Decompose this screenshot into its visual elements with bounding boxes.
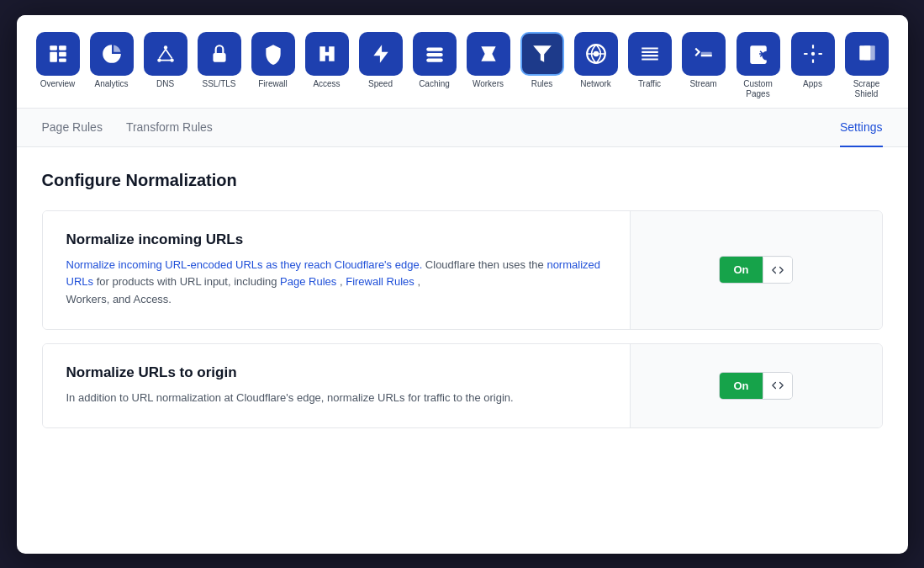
nav-rules[interactable]: Rules (518, 32, 567, 99)
apps-icon-box (791, 32, 835, 76)
nav-dns[interactable]: DNS (141, 32, 190, 99)
card2-right: On (630, 344, 882, 427)
card-normalize-origin: Normalize URLs to origin In addition to … (42, 343, 883, 428)
caching-icon (424, 43, 446, 65)
card2-title: Normalize URLs to origin (66, 364, 606, 381)
rules-label: Rules (531, 79, 553, 89)
stream-label: Stream (689, 79, 716, 89)
nav-network[interactable]: Network (572, 32, 620, 99)
card2-text: In addition to URL normalization at Clou… (66, 391, 514, 404)
network-icon-box (574, 32, 618, 76)
ssltls-icon-box (198, 32, 241, 76)
page-title: Configure Normalization (42, 171, 883, 190)
tab-pagerules[interactable]: Page Rules (42, 109, 103, 147)
nav-bar: Overview Analytics DNS (17, 15, 908, 109)
speed-label: Speed (368, 79, 393, 89)
ssltls-icon (209, 43, 230, 65)
caching-label: Caching (419, 79, 450, 89)
svg-rect-3 (59, 51, 66, 56)
network-icon (585, 43, 607, 65)
rules-icon-box (520, 32, 564, 76)
main-window: Overview Analytics DNS (17, 15, 908, 554)
nav-caching[interactable]: Caching (410, 32, 459, 99)
svg-rect-26 (700, 51, 711, 55)
nav-ssltls[interactable]: SSL/TLS (195, 32, 244, 99)
svg-rect-2 (50, 51, 57, 61)
analytics-label: Analytics (94, 79, 128, 89)
svg-marker-14 (373, 45, 388, 63)
nav-access[interactable]: Access (303, 32, 351, 99)
traffic-label: Traffic (638, 79, 661, 89)
apps-label: Apps (803, 79, 822, 89)
svg-rect-13 (324, 51, 330, 55)
stream-icon-box (682, 32, 726, 76)
nav-apps[interactable]: Apps (789, 32, 837, 99)
nav-speed[interactable]: Speed (356, 32, 405, 99)
nav-overview[interactable]: Overview (34, 32, 82, 99)
speed-icon-box (359, 32, 403, 76)
tabs-bar: Page Rules Transform Rules Settings (17, 109, 908, 147)
card2-toggle-on[interactable]: On (720, 373, 762, 399)
card-normalize-incoming: Normalize incoming URLs Normalize incomi… (42, 210, 883, 330)
svg-point-27 (810, 51, 814, 55)
card1-toggle-on[interactable]: On (720, 257, 762, 283)
nav-traffic[interactable]: Traffic (626, 32, 674, 99)
dns-label: DNS (156, 79, 174, 89)
card1-toggle-code[interactable] (763, 257, 792, 283)
ssltls-label: SSL/TLS (202, 79, 235, 89)
svg-rect-1 (59, 45, 66, 50)
access-icon-box (305, 32, 349, 76)
nav-stream[interactable]: Stream (679, 32, 728, 99)
svg-point-19 (440, 53, 442, 56)
card1-left: Normalize incoming URLs Normalize incomi… (43, 211, 630, 329)
dns-icon-box (144, 32, 187, 76)
custompages-icon (747, 43, 769, 65)
network-label: Network (580, 79, 611, 89)
card1-link1: Normalize incoming URL-encoded URLs as t… (66, 258, 425, 271)
scrapeshield-icon-box (845, 32, 889, 76)
card1-desc: Normalize incoming URL-encoded URLs as t… (66, 257, 606, 309)
nav-icons: Overview Analytics DNS (34, 32, 891, 108)
nav-custompages[interactable]: Custom Pages (733, 32, 784, 99)
card1-link4: Firewall Rules (346, 275, 414, 288)
firewall-icon (262, 43, 284, 65)
overview-label: Overview (40, 79, 76, 89)
scrapeshield-icon (856, 43, 878, 65)
content-area: Configure Normalization Normalize incomi… (17, 147, 908, 465)
overview-icon-box (36, 32, 80, 76)
card1-right: On (630, 211, 882, 329)
overview-icon (47, 43, 69, 65)
caching-icon-box (413, 32, 457, 76)
svg-line-9 (166, 49, 172, 58)
traffic-icon-box (628, 32, 672, 76)
access-label: Access (313, 79, 340, 89)
nav-workers[interactable]: Workers (464, 32, 513, 99)
card2-toggle-code[interactable] (763, 373, 792, 398)
rules-icon (531, 43, 553, 65)
analytics-icon (101, 43, 123, 65)
workers-icon-box (467, 32, 510, 76)
stream-icon (693, 43, 715, 65)
tab-settings[interactable]: Settings (840, 109, 883, 147)
firewall-icon-box (251, 32, 295, 76)
svg-point-18 (440, 48, 442, 50)
nav-firewall[interactable]: Firewall (249, 32, 298, 99)
nav-scrapeshield[interactable]: Scrape Shield (842, 32, 891, 99)
tab-transformrules[interactable]: Transform Rules (126, 109, 213, 147)
nav-analytics[interactable]: Analytics (87, 32, 136, 99)
dns-icon (155, 43, 177, 65)
traffic-icon (639, 43, 661, 65)
speed-icon (370, 43, 392, 65)
firewall-label: Firewall (258, 79, 287, 89)
access-icon (316, 43, 338, 65)
svg-rect-4 (59, 58, 66, 61)
card1-title: Normalize incoming URLs (66, 231, 606, 248)
workers-label: Workers (473, 79, 504, 89)
svg-line-8 (159, 49, 166, 58)
svg-point-12 (218, 56, 220, 58)
code-icon (772, 264, 784, 276)
card2-desc: In addition to URL normalization at Clou… (66, 390, 606, 407)
analytics-icon-box (90, 32, 134, 76)
custompages-icon-box (737, 32, 780, 76)
apps-icon (802, 43, 824, 65)
